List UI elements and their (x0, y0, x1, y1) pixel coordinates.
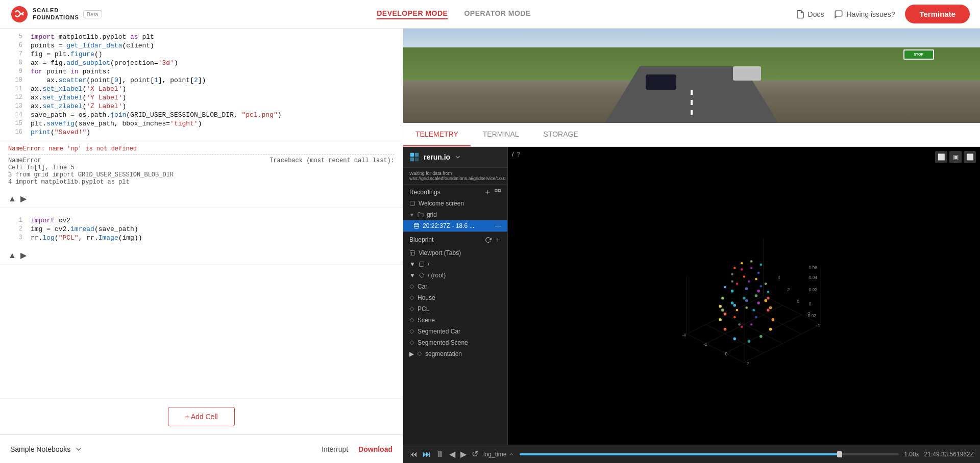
playback-progress[interactable] (520, 453, 899, 455)
code-line: 14 save_path = os.path.join(GRID_USER_SE… (0, 111, 403, 119)
nav-developer-mode[interactable]: DEVELOPER MODE (377, 9, 448, 19)
error-message: NameError: name 'np' is not defined (8, 145, 395, 152)
code-cell-2: 1 import cv2 2 img = cv2.imread(save_pat… (0, 212, 403, 265)
svg-point-52 (733, 338, 736, 341)
error-type: NameError (8, 157, 41, 164)
svg-point-74 (754, 294, 757, 297)
loop-button[interactable]: ↺ (472, 449, 478, 459)
code-block-1[interactable]: 5 import matplotlib.pyplot as plt 6 poin… (0, 29, 403, 141)
welcome-screen-item[interactable]: Welcome screen (403, 198, 507, 209)
segmented-car-item[interactable]: Segmented Car (403, 326, 507, 337)
run-button[interactable]: ▶ (20, 194, 27, 203)
collapse-button[interactable]: ▲ (8, 194, 16, 203)
add-cell-area: + Add Cell (0, 398, 403, 434)
blueprint-section: Blueprint Viewport (Tabs) ▼ / (403, 232, 507, 359)
terminate-button[interactable]: Terminate (905, 5, 970, 23)
grid-label: grid (427, 211, 437, 218)
svg-marker-18 (410, 285, 414, 289)
scene-item[interactable]: Scene (403, 315, 507, 326)
maximize-icon-btn[interactable]: ⬜ (964, 151, 976, 163)
svg-point-64 (740, 326, 743, 328)
nav-operator-mode[interactable]: OPERATOR MODE (464, 9, 530, 19)
docs-link[interactable]: Docs (796, 10, 824, 19)
tab-telemetry[interactable]: TELEMETRY (403, 123, 471, 146)
house-item[interactable]: House (403, 292, 507, 303)
traceback-line: 3 from grid import GRID_USER_SESSION_BLO… (8, 171, 395, 178)
issues-link[interactable]: Having issues? (834, 10, 895, 19)
download-button[interactable]: Download (358, 445, 393, 453)
chevron-down-icon-rerun[interactable] (454, 153, 461, 161)
root-expand-icon: ▼ (409, 272, 415, 279)
notebooks-select[interactable]: Sample Notebooks (10, 445, 83, 453)
svg-point-59 (745, 299, 748, 302)
interrupt-button[interactable]: Interrupt (322, 445, 348, 453)
header-nav: DEVELOPER MODE OPERATOR MODE (112, 9, 796, 19)
window-icon-btn[interactable]: ⬜ (935, 151, 947, 163)
svg-point-60 (730, 301, 733, 304)
play-forward-button[interactable]: ⏭ (423, 450, 431, 459)
split-icon-btn[interactable]: ▣ (949, 151, 962, 163)
pause-button[interactable]: ⏸ (436, 450, 444, 459)
segmented-scene-label: Segmented Scene (418, 339, 468, 346)
svg-text:0: 0 (797, 299, 799, 304)
expand-icon[interactable] (494, 189, 501, 196)
svg-rect-13 (410, 251, 415, 255)
rerun-sidebar: rerun.io Waiting for data from wss://gri… (403, 147, 508, 445)
grid-item[interactable]: ▼ grid (403, 209, 507, 220)
add-blueprint-icon[interactable] (495, 237, 501, 243)
refresh-icon[interactable] (485, 237, 492, 243)
folder-icon (418, 212, 424, 218)
pcl-label: PCL (418, 305, 429, 313)
svg-text:2: 2 (746, 361, 749, 365)
car-item[interactable]: Car (403, 281, 507, 292)
code-block-2[interactable]: 1 import cv2 2 img = cv2.imread(save_pat… (0, 212, 403, 246)
add-cell-button[interactable]: + Add Cell (168, 407, 234, 426)
chevron-down-icon (75, 445, 83, 453)
svg-point-10 (414, 223, 419, 225)
svg-point-87 (767, 291, 769, 293)
viewport-tabs-item[interactable]: Viewport (Tabs) (403, 247, 507, 259)
code-area[interactable]: 5 import matplotlib.pyplot as plt 6 poin… (0, 29, 403, 398)
svg-point-92 (724, 286, 726, 289)
minus-icon[interactable]: — (495, 222, 501, 229)
run-button-2[interactable]: ▶ (20, 250, 27, 260)
add-recording-icon[interactable] (484, 189, 491, 196)
chevron-icon: ▼ (409, 212, 414, 218)
rerun-icon (409, 152, 420, 162)
svg-marker-22 (410, 329, 414, 333)
segmentation-item[interactable]: ▶ segmentation (403, 348, 507, 359)
svg-point-99 (733, 267, 736, 269)
tab-terminal[interactable]: TERMINAL (471, 123, 531, 146)
rerun-header: rerun.io (403, 147, 507, 168)
next-button[interactable]: ▶ (460, 449, 467, 459)
entity-icon-house (409, 295, 414, 300)
help-icon[interactable]: ? (517, 151, 520, 158)
code-line: 2 img = cv2.imread(save_path) (0, 225, 403, 234)
collapse-button-2[interactable]: ▲ (8, 251, 16, 260)
header-right: Docs Having issues? Terminate (796, 5, 970, 23)
root-item[interactable]: ▼ / (root) (403, 270, 507, 281)
issues-label: Having issues? (846, 10, 895, 18)
bottom-toolbar: Sample Notebooks Interrupt Download (0, 434, 403, 463)
svg-point-94 (750, 267, 752, 269)
traceback-header: NameError Traceback (most recent call la… (8, 157, 395, 164)
svg-point-63 (723, 328, 726, 331)
svg-point-86 (760, 285, 762, 288)
car-light (733, 66, 761, 81)
recording-item[interactable]: 20:22:37Z - 18.6 ... — (403, 220, 507, 232)
play-button[interactable]: ⏮ (409, 450, 418, 459)
svg-point-62 (719, 318, 722, 321)
svg-point-96 (760, 264, 762, 266)
traceback-line: 4 import matplotlib.pyplot as plt (8, 178, 395, 186)
pcl-item[interactable]: PCL (403, 303, 507, 315)
path-item[interactable]: ▼ / (403, 259, 507, 270)
svg-point-78 (757, 290, 760, 293)
rerun-status: Waiting for data from wss://grid.scaledf… (403, 168, 507, 185)
svg-point-98 (740, 262, 743, 265)
tab-storage[interactable]: STORAGE (531, 123, 591, 146)
segmented-scene-item[interactable]: Segmented Scene (403, 337, 507, 348)
prev-button[interactable]: ◀ (449, 449, 455, 459)
rerun-logo: rerun.io (424, 153, 450, 161)
svg-text:4: 4 (777, 275, 780, 280)
viewport-label: Viewport (Tabs) (419, 249, 461, 256)
